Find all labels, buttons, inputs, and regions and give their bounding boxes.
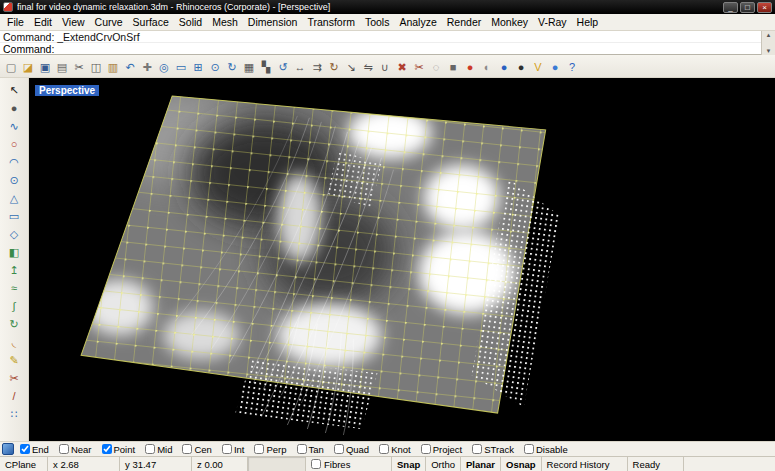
osnap-item[interactable]: Project [421, 444, 463, 455]
copy-object-icon[interactable]: ⇉ [309, 57, 325, 75]
osnap-checkbox[interactable] [421, 444, 431, 454]
rotate-icon[interactable]: ↻ [326, 57, 342, 75]
menu-item[interactable]: Edit [29, 15, 57, 29]
fillet-icon[interactable]: ◟ [3, 333, 25, 350]
status-mode-toggle[interactable]: Ortho [426, 457, 461, 471]
cut-icon[interactable]: ✂ [71, 57, 87, 75]
osnap-checkbox[interactable] [379, 444, 389, 454]
menu-item[interactable]: Dimension [243, 15, 303, 29]
status-mode-toggle[interactable]: Snap [392, 457, 426, 471]
copy-icon[interactable]: ◫ [88, 57, 104, 75]
undo-view-icon[interactable]: ↺ [275, 57, 291, 75]
menu-item[interactable]: Analyze [394, 15, 441, 29]
menu-item[interactable]: Render [442, 15, 486, 29]
render-preview-icon[interactable]: ● [513, 57, 529, 75]
edit-points-icon[interactable]: ✎ [3, 351, 25, 368]
zoom-extents-icon[interactable]: ⊞ [190, 57, 206, 75]
hide-icon[interactable]: ◌ [428, 57, 444, 75]
rectangle-icon[interactable]: ▭ [3, 207, 25, 224]
osnap-item[interactable]: Disable [524, 444, 568, 455]
osnap-item[interactable]: Int [222, 444, 245, 455]
scroll-up-icon[interactable]: ▲ [766, 31, 772, 39]
lock-icon[interactable]: ■ [445, 57, 461, 75]
osnap-item[interactable]: STrack [472, 444, 514, 455]
layer-checkbox[interactable] [311, 459, 321, 469]
record-history-toggle[interactable]: Record History [542, 457, 628, 471]
ghosted-viewport-icon[interactable]: ◐ [479, 57, 495, 75]
extrude-icon[interactable]: ↥ [3, 261, 25, 278]
menu-item[interactable]: V-Ray [533, 15, 572, 29]
arc-icon[interactable]: ◠ [3, 153, 25, 170]
close-button[interactable]: × [757, 2, 772, 13]
osnap-item[interactable]: Quad [334, 444, 369, 455]
undo-icon[interactable]: ↶ [122, 57, 138, 75]
trim-icon[interactable]: ✂ [411, 57, 427, 75]
four-viewports-icon[interactable]: ▦ [241, 57, 257, 75]
save-icon[interactable]: ▣ [37, 57, 53, 75]
osnap-grip-icon[interactable] [2, 443, 14, 455]
rhino-app-icon[interactable] [3, 2, 13, 12]
osnap-checkbox[interactable] [472, 444, 482, 454]
osnap-checkbox[interactable] [524, 444, 534, 454]
zoom-window-icon[interactable]: ▭ [173, 57, 189, 75]
split-icon[interactable]: / [3, 387, 25, 404]
named-views-icon[interactable]: ▚ [258, 57, 274, 75]
help-icon[interactable]: ? [564, 57, 580, 75]
menu-item[interactable]: Tools [360, 15, 395, 29]
point-icon[interactable]: ● [3, 99, 25, 116]
menu-item[interactable]: Help [572, 15, 604, 29]
shaded-viewport-icon[interactable]: ● [462, 57, 478, 75]
join-side-icon[interactable]: ∷ [3, 405, 25, 422]
osnap-checkbox[interactable] [145, 444, 155, 454]
circle-icon[interactable]: ○ [3, 135, 25, 152]
osnap-checkbox[interactable] [59, 444, 69, 454]
vray-icon[interactable]: V [530, 57, 546, 75]
polyline-icon[interactable]: △ [3, 189, 25, 206]
maximize-button[interactable]: □ [740, 2, 755, 13]
command-prompt-input[interactable]: Command: [0, 43, 775, 55]
menu-item[interactable]: Mesh [207, 15, 243, 29]
perspective-viewport[interactable]: Perspective [29, 78, 775, 441]
pan-icon[interactable]: ✚ [139, 57, 155, 75]
vray-render-icon[interactable]: ● [547, 57, 563, 75]
menu-item[interactable]: Transform [302, 15, 359, 29]
cplane-toggle[interactable]: CPlane [0, 457, 48, 471]
osnap-checkbox[interactable] [334, 444, 344, 454]
command-scrollbar[interactable]: ▲ ▼ [761, 31, 775, 55]
move-icon[interactable]: ↔ [292, 57, 308, 75]
osnap-item[interactable]: Knot [379, 444, 411, 455]
menu-item[interactable]: Monkey [486, 15, 533, 29]
join-icon[interactable]: ∪ [377, 57, 393, 75]
loft-icon[interactable]: ≈ [3, 279, 25, 296]
rotate-view-icon[interactable]: ↻ [224, 57, 240, 75]
sweep-icon[interactable]: ∫ [3, 297, 25, 314]
menu-item[interactable]: Curve [90, 15, 128, 29]
osnap-item[interactable]: Cen [182, 444, 211, 455]
osnap-checkbox[interactable] [222, 444, 232, 454]
osnap-item[interactable]: End [20, 444, 49, 455]
osnap-checkbox[interactable] [182, 444, 192, 454]
minimize-button[interactable]: _ [723, 2, 738, 13]
viewport-title[interactable]: Perspective [35, 85, 99, 96]
select-arrow-icon[interactable]: ↖ [3, 81, 25, 98]
layer-pane[interactable]: Fibres [306, 457, 392, 471]
new-file-icon[interactable]: ▢ [3, 57, 19, 75]
status-mode-toggle[interactable]: Osnap [501, 457, 542, 471]
osnap-item[interactable]: Perp [254, 444, 286, 455]
explode-icon[interactable]: ✖ [394, 57, 410, 75]
menu-item[interactable]: File [2, 15, 29, 29]
ellipse-icon[interactable]: ⊙ [3, 171, 25, 188]
open-file-icon[interactable]: ◪ [20, 57, 36, 75]
trim-side-icon[interactable]: ✂ [3, 369, 25, 386]
status-mode-toggle[interactable]: Planar [461, 457, 501, 471]
revolve-icon[interactable]: ↻ [3, 315, 25, 332]
render-icon[interactable]: ● [496, 57, 512, 75]
osnap-item[interactable]: Tan [297, 444, 324, 455]
scale-icon[interactable]: ↘ [343, 57, 359, 75]
osnap-checkbox[interactable] [102, 444, 112, 454]
scroll-down-icon[interactable]: ▼ [766, 47, 772, 55]
osnap-item[interactable]: Near [59, 444, 92, 455]
menu-item[interactable]: Solid [174, 15, 207, 29]
curve-icon[interactable]: ∿ [3, 117, 25, 134]
osnap-item[interactable]: Point [102, 444, 136, 455]
